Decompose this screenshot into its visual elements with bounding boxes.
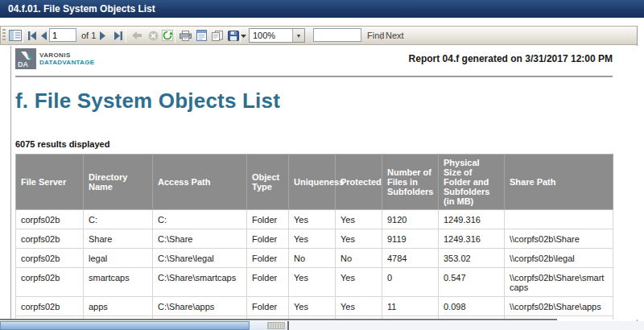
- column-header: Protected: [336, 155, 382, 210]
- scrollbar-thumb[interactable]: [0, 321, 250, 330]
- table-cell: 9119: [382, 229, 439, 249]
- print-layout-button[interactable]: [193, 27, 209, 44]
- next-page-button[interactable]: [97, 27, 109, 44]
- table-cell: Folder: [247, 297, 289, 316]
- toolbar-separator: [126, 28, 126, 43]
- zoom-select[interactable]: 100% ▼: [249, 28, 305, 43]
- parameters-toggle-button[interactable]: [7, 27, 23, 44]
- page-number-input[interactable]: [49, 28, 76, 42]
- report-page: DA VARONIS DATADVANTAGE Report 04.f gene…: [10, 46, 638, 320]
- table-cell: Folder: [247, 210, 289, 229]
- table-cell: smartcaps: [84, 268, 153, 297]
- table-cell: corpfs02b: [16, 210, 84, 229]
- print-icon: [180, 31, 192, 41]
- table-cell: \\corpfs02b\legal: [505, 249, 613, 268]
- table-cell: No: [336, 249, 382, 268]
- column-header: File Server: [16, 155, 84, 210]
- page-of-label: of 1: [81, 27, 96, 44]
- first-page-button[interactable]: [26, 27, 39, 44]
- table-cell: 4784: [382, 249, 439, 268]
- table-cell: corpfs02b: [16, 297, 84, 316]
- table-cell: 11: [382, 297, 439, 316]
- table-cell: 0.547: [439, 268, 505, 297]
- table-row: corpfs02blegalC:\Share\legalFolderNoNo47…: [16, 249, 613, 268]
- report-header: DA VARONIS DATADVANTAGE Report 04.f gene…: [15, 48, 613, 76]
- table-cell: C:: [153, 210, 247, 229]
- report-toolbar: of 1: [0, 26, 638, 45]
- table-cell: C:\Share\legal: [153, 249, 247, 268]
- table-row: corpfs02bC:C:FolderYesYes91201249.316: [16, 210, 613, 229]
- table-cell: 0.098: [439, 297, 505, 316]
- export-save-icon: [228, 31, 239, 41]
- first-page-icon: [27, 31, 38, 40]
- column-header: Uniqueness: [289, 155, 336, 210]
- brand-product: DATADVANTAGE: [39, 59, 94, 66]
- table-cell: 1249.316: [439, 210, 505, 229]
- table-cell: 353.02: [439, 249, 505, 268]
- page-bottom-edge: [0, 319, 557, 320]
- stop-icon: [148, 31, 159, 41]
- table-header-row: File ServerDirectory NameAccess PathObje…: [16, 155, 613, 210]
- last-page-button[interactable]: [111, 27, 124, 44]
- svg-text:DA: DA: [18, 60, 28, 68]
- column-header: Share Path: [505, 155, 613, 210]
- table-cell: corpfs02b: [16, 249, 84, 268]
- toolbar-separator: [175, 28, 175, 43]
- varonis-logo: DA VARONIS DATADVANTAGE: [15, 48, 94, 69]
- previous-page-icon: [39, 31, 47, 40]
- table-cell: \\corpfs02b\Share\apps: [505, 297, 613, 316]
- table-cell: 9120: [382, 210, 439, 229]
- toolbar-separator: [23, 28, 23, 43]
- report-generated-text: Report 04.f generated on 3/31/2017 12:00…: [409, 53, 613, 64]
- next-link[interactable]: Next: [386, 27, 404, 44]
- table-cell: C:\Share\smartcaps: [153, 268, 247, 297]
- file-system-objects-table: File ServerDirectory NameAccess PathObje…: [15, 154, 613, 320]
- results-count: 6075 results displayed: [15, 139, 613, 149]
- dropdown-caret-icon: [241, 34, 246, 38]
- column-header: Directory Name: [84, 155, 153, 210]
- table-cell: No: [289, 249, 336, 268]
- find-search-input[interactable]: [313, 28, 361, 42]
- table-cell: \\corpfs02b\Share: [505, 229, 613, 249]
- back-button[interactable]: [129, 27, 145, 44]
- column-header: Object Type: [247, 155, 289, 210]
- print-button[interactable]: [177, 27, 193, 44]
- page-setup-icon: [212, 31, 224, 41]
- horizontal-scrollbar[interactable]: [0, 321, 644, 330]
- table-cell: C:: [84, 210, 153, 229]
- header-divider: [15, 76, 613, 77]
- page-setup-button[interactable]: [209, 27, 225, 44]
- table-cell: Yes: [289, 268, 336, 297]
- toolbar-separator: [240, 28, 241, 43]
- table-cell: Folder: [247, 229, 289, 249]
- table-cell: corpfs02b: [16, 229, 84, 249]
- table-cell: 1249.316: [439, 229, 505, 249]
- scrollbar-gripper[interactable]: [267, 322, 285, 329]
- find-next-separator: |: [380, 27, 382, 44]
- brand-name: VARONIS: [39, 52, 94, 59]
- table-row: corpfs02bsmartcapsC:\Share\smartcapsFold…: [16, 268, 613, 297]
- column-header: Access Path: [153, 155, 247, 210]
- table-cell: Folder: [247, 268, 289, 297]
- table-cell: apps: [84, 297, 153, 316]
- table-cell: Folder: [247, 249, 289, 268]
- previous-page-button[interactable]: [38, 27, 49, 44]
- column-header: Number of Files in Subfolders: [382, 155, 439, 210]
- next-page-icon: [99, 31, 107, 40]
- report-title: f. File System Objects List: [15, 89, 613, 113]
- zoom-caret-button[interactable]: ▼: [292, 29, 304, 42]
- table-row: corpfs02bShareC:\ShareFolderYesYes911912…: [16, 229, 613, 249]
- table-cell: [505, 210, 613, 229]
- scrollbar-divider: [287, 321, 289, 330]
- refresh-button[interactable]: [159, 27, 175, 44]
- table-cell: Yes: [289, 229, 336, 249]
- window-title: 04.f.01. File System Objects List: [0, 0, 644, 18]
- back-icon: [131, 31, 142, 40]
- last-page-icon: [113, 31, 123, 40]
- zoom-value: 100%: [250, 31, 292, 40]
- table-cell: \\corpfs02b\Share\smartcaps: [505, 268, 613, 297]
- stop-button[interactable]: [145, 27, 161, 44]
- table-cell: Yes: [289, 297, 336, 316]
- toolbar-grip[interactable]: [2, 29, 6, 42]
- export-save-button[interactable]: [225, 27, 248, 44]
